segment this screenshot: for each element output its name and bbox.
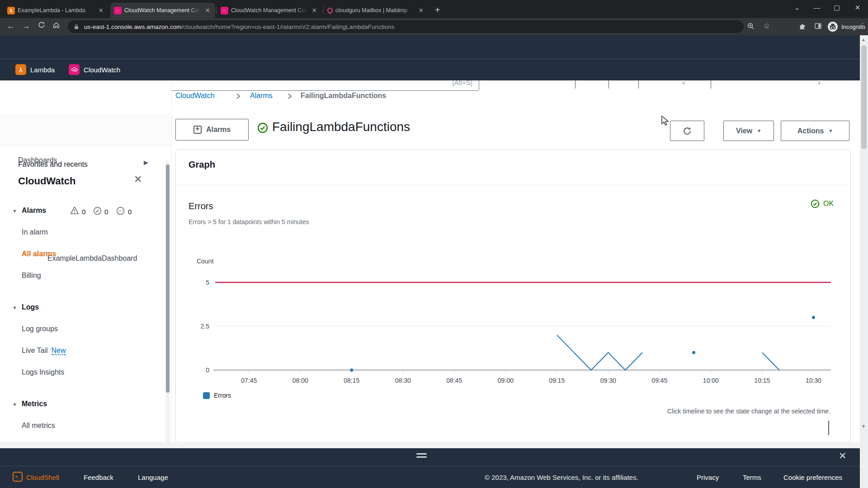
cloudshell-icon[interactable]: >_ xyxy=(13,472,23,482)
tab-close-icon[interactable]: ✕ xyxy=(310,7,318,14)
errors-chart[interactable]: Count52.5007:4508:0008:1508:3008:4509:00… xyxy=(190,253,837,389)
divider xyxy=(176,185,850,185)
alarm-status: OK xyxy=(811,199,834,208)
scroll-down-icon[interactable]: ▼ xyxy=(861,424,866,429)
svg-text:09:45: 09:45 xyxy=(651,377,667,384)
extensions-puzzle-icon[interactable] xyxy=(798,22,807,32)
home-icon[interactable] xyxy=(51,21,61,31)
bookmark-star-icon[interactable]: ☆ xyxy=(763,21,770,31)
favorite-cloudwatch[interactable]: CloudWatch xyxy=(69,64,120,75)
chevron-right-icon xyxy=(287,93,292,101)
sidebar-item-billing[interactable]: Billing xyxy=(22,272,41,280)
window-close-button[interactable]: ✕ xyxy=(851,4,864,12)
sidebar-section-logs[interactable]: Logs xyxy=(22,303,39,311)
graph-card: Graph Errors Errors > 5 for 1 datapoints… xyxy=(175,149,851,443)
window-maximize-button[interactable]: ▢ xyxy=(830,4,844,12)
lambda-icon: λ xyxy=(15,64,26,75)
footer-cookie-preferences[interactable]: Cookie preferences xyxy=(783,474,842,481)
view-dropdown-button[interactable]: View▼ xyxy=(723,121,774,141)
svg-text:5: 5 xyxy=(206,279,209,286)
scroll-up-icon[interactable]: ▲ xyxy=(861,37,866,42)
browser-tab-maildrop[interactable]: cloudguru Mailbox | Maildrop ✕ xyxy=(324,3,429,18)
screen: λ ExampleLambda - Lambda ✕ ◌ CloudWatch … xyxy=(0,0,868,488)
sidebar-section-metrics[interactable]: Metrics xyxy=(22,400,47,408)
tab-close-icon[interactable]: ✕ xyxy=(203,7,212,14)
footer-feedback[interactable]: Feedback xyxy=(84,474,113,481)
browser-address-row: ← → us-east-1.console.aws.amazon.com/clo… xyxy=(0,18,868,35)
aws-top-nav: aws Services Search [Alt+S] ? N. Virgini… xyxy=(0,35,868,59)
footer-copyright: © 2023, Amazon Web Services, Inc. or its… xyxy=(485,474,638,481)
breadcrumb-current: FailingLambdaFunctions xyxy=(301,92,386,100)
breadcrumb-alarms[interactable]: Alarms xyxy=(250,92,273,100)
svg-text:08:15: 08:15 xyxy=(344,377,359,384)
forward-icon[interactable]: → xyxy=(21,22,32,31)
page-scrollbar-thumb[interactable] xyxy=(861,45,867,149)
alarms-back-button[interactable]: Alarms xyxy=(175,119,249,141)
chevron-right-icon: ▶ xyxy=(144,159,148,166)
svg-text:10:15: 10:15 xyxy=(754,377,770,384)
sidebar-item-example-dashboard[interactable]: ExampleLambdaDashboard xyxy=(47,253,161,264)
sidebar-favorites-row[interactable]: Favorites and recents ▶ xyxy=(0,114,171,145)
browser-tab-bar: λ ExampleLambda - Lambda ✕ ◌ CloudWatch … xyxy=(0,0,868,18)
browser-menu-icon[interactable]: ⋮ xyxy=(859,22,866,29)
metric-title: Errors xyxy=(189,201,213,211)
tab-separator xyxy=(323,6,323,14)
footer-language[interactable]: Language xyxy=(138,474,168,481)
ok-status-icon xyxy=(811,199,820,208)
sidebar-item-in-alarm[interactable]: In alarm xyxy=(22,228,48,236)
footer-privacy[interactable]: Privacy xyxy=(697,474,719,481)
footer-terms[interactable]: Terms xyxy=(743,474,761,481)
svg-text:Count: Count xyxy=(197,258,213,265)
section-collapse-icon[interactable]: ▼ xyxy=(12,402,17,407)
breadcrumb-cloudwatch[interactable]: CloudWatch xyxy=(175,92,215,100)
svg-text:10:30: 10:30 xyxy=(806,377,821,384)
panel-close-icon[interactable]: ✕ xyxy=(839,450,847,461)
sidebar-item-dashboards[interactable]: Dashboards xyxy=(18,156,57,164)
browser-tab-cloudwatch-2[interactable]: ◌ CloudWatch Management Conso ✕ xyxy=(217,3,322,18)
back-icon[interactable]: ← xyxy=(5,22,16,31)
sidebar-item-log-groups[interactable]: Log groups xyxy=(22,325,58,333)
footer-cloudshell[interactable]: CloudShell xyxy=(26,474,59,481)
sidebar-item-all-metrics[interactable]: All metrics xyxy=(22,422,55,430)
svg-text:08:00: 08:00 xyxy=(292,377,308,384)
in-alarm-count-icon xyxy=(70,206,79,216)
cloudwatch-favicon-icon: ◌ xyxy=(221,7,228,14)
tab-title: ExampleLambda - Lambda xyxy=(18,7,94,14)
svg-text:0: 0 xyxy=(206,366,209,374)
sidebar-section-alarms[interactable]: Alarms xyxy=(22,206,46,215)
svg-text:08:30: 08:30 xyxy=(395,377,411,384)
svg-text:07:45: 07:45 xyxy=(241,377,257,384)
address-bar[interactable]: us-east-1.console.aws.amazon.com/cloudwa… xyxy=(68,20,744,33)
browser-tab-cloudwatch-active[interactable]: ◌ CloudWatch Management Conso ✕ xyxy=(110,3,215,18)
sidebar-item-all-alarms[interactable]: All alarms xyxy=(22,250,56,258)
sidebar-item-logs-insights[interactable]: Logs Insights xyxy=(22,368,64,376)
actions-dropdown-button[interactable]: Actions▼ xyxy=(781,121,849,141)
sidebar-scrollbar-thumb[interactable] xyxy=(166,164,170,393)
side-panel-icon[interactable] xyxy=(814,22,822,32)
new-tab-button[interactable]: + xyxy=(435,5,440,14)
window-minimize-button[interactable]: — xyxy=(810,4,824,11)
tab-close-icon[interactable]: ✕ xyxy=(97,7,105,14)
alarm-condition: Errors > 5 for 1 datapoints within 5 min… xyxy=(189,218,309,225)
section-collapse-icon[interactable]: ▼ xyxy=(12,305,17,310)
sidebar-close-icon[interactable]: ✕ xyxy=(134,174,142,185)
cloudwatch-sidebar: CloudWatch ✕ Favorites and recents ▶ Das… xyxy=(0,80,172,442)
sidebar-title: CloudWatch xyxy=(18,175,76,187)
tab-title: CloudWatch Management Conso xyxy=(124,7,201,14)
browser-tab-lambda[interactable]: λ ExampleLambda - Lambda ✕ xyxy=(4,3,108,18)
reload-icon[interactable] xyxy=(36,21,47,31)
zoom-page-icon[interactable] xyxy=(747,22,755,32)
timeline-cursor[interactable] xyxy=(828,421,829,435)
sidebar-item-live-tail[interactable]: Live TailNew xyxy=(22,347,66,355)
ok-count: 0 xyxy=(104,208,108,216)
favorite-lambda[interactable]: λ Lambda xyxy=(15,64,55,75)
tab-search-icon[interactable]: ⌄ xyxy=(790,4,804,12)
panel-drag-handle[interactable] xyxy=(416,453,427,458)
section-collapse-icon[interactable]: ▼ xyxy=(12,208,17,214)
content-bottom-strip xyxy=(0,442,868,448)
add-alarm-icon xyxy=(193,126,202,134)
insufficient-count: 0 xyxy=(128,208,132,216)
refresh-button[interactable] xyxy=(670,121,704,141)
cloudwatch-icon xyxy=(69,64,80,75)
tab-close-icon[interactable]: ✕ xyxy=(417,7,425,14)
